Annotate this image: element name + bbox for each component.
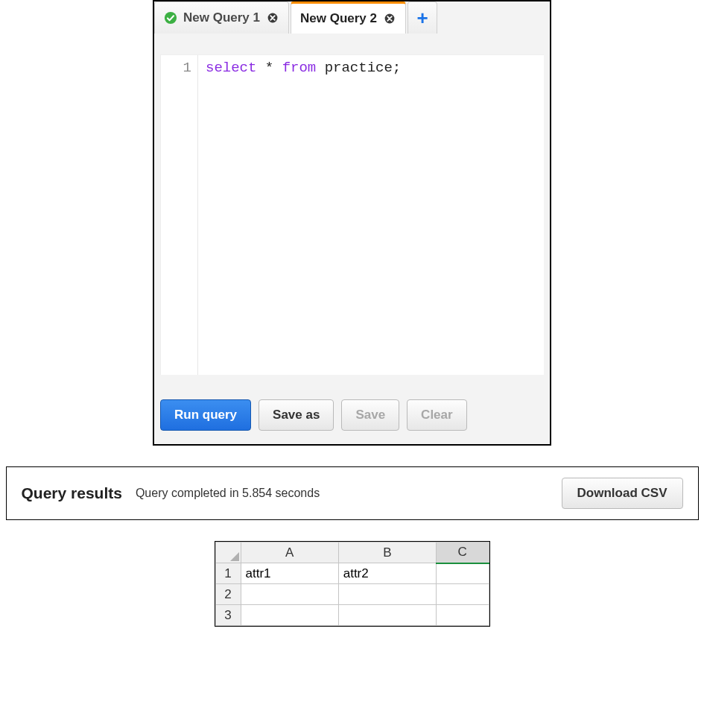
tab-query-1[interactable]: New Query 1: [154, 1, 289, 34]
plus-icon: +: [416, 7, 428, 30]
row-header[interactable]: 1: [215, 563, 241, 584]
spreadsheet[interactable]: A B C 1 attr1 attr2 2 3: [215, 542, 489, 626]
table-row: 2: [215, 584, 489, 605]
tab-strip: New Query 1 New Query 2 +: [154, 1, 550, 34]
save-as-button[interactable]: Save as: [259, 399, 334, 431]
code-content[interactable]: select * from practice;: [198, 55, 544, 375]
cell[interactable]: [241, 584, 338, 605]
query-results-bar: Query results Query completed in 5.854 s…: [6, 466, 699, 520]
line-gutter: 1: [161, 55, 198, 375]
cell[interactable]: [436, 584, 489, 605]
select-all-corner[interactable]: [215, 542, 241, 563]
code-text: *: [256, 60, 282, 76]
cell[interactable]: [338, 605, 436, 626]
new-tab-button[interactable]: +: [408, 1, 437, 34]
editor-toolbar: Run query Save as Save Clear: [154, 381, 550, 444]
close-icon[interactable]: [383, 12, 396, 25]
editor-area: 1 select * from practice;: [154, 34, 550, 381]
column-header-b[interactable]: B: [338, 542, 436, 563]
results-title: Query results: [22, 484, 122, 502]
download-csv-button[interactable]: Download CSV: [562, 478, 683, 509]
table-row: 1 attr1 attr2: [215, 563, 489, 584]
cell[interactable]: [436, 605, 489, 626]
run-query-button[interactable]: Run query: [160, 399, 251, 431]
success-icon: [164, 11, 177, 25]
spreadsheet-panel: A B C 1 attr1 attr2 2 3: [215, 541, 490, 627]
cell[interactable]: [436, 563, 489, 584]
row-header[interactable]: 2: [215, 584, 241, 605]
tab-label: New Query 1: [183, 10, 260, 25]
results-status: Query completed in 5.854 seconds: [136, 487, 548, 500]
table-row: 3: [215, 605, 489, 626]
cell[interactable]: [338, 584, 436, 605]
code-editor[interactable]: 1 select * from practice;: [160, 54, 544, 375]
keyword-select: select: [206, 60, 256, 76]
keyword-from: from: [282, 60, 317, 76]
line-number: 1: [161, 60, 191, 76]
tab-label: New Query 2: [300, 11, 377, 26]
close-icon[interactable]: [266, 11, 279, 25]
column-header-c[interactable]: C: [436, 542, 489, 563]
cell[interactable]: attr1: [241, 563, 338, 584]
query-editor-panel: New Query 1 New Query 2 + 1 select * fro…: [153, 0, 551, 446]
cell[interactable]: attr2: [338, 563, 436, 584]
row-header[interactable]: 3: [215, 605, 241, 626]
column-header-a[interactable]: A: [241, 542, 338, 563]
code-text: practice;: [316, 60, 401, 76]
cell[interactable]: [241, 605, 338, 626]
save-button[interactable]: Save: [341, 399, 399, 431]
svg-point-0: [165, 12, 177, 24]
tab-query-2[interactable]: New Query 2: [291, 1, 406, 34]
clear-button[interactable]: Clear: [407, 399, 467, 431]
